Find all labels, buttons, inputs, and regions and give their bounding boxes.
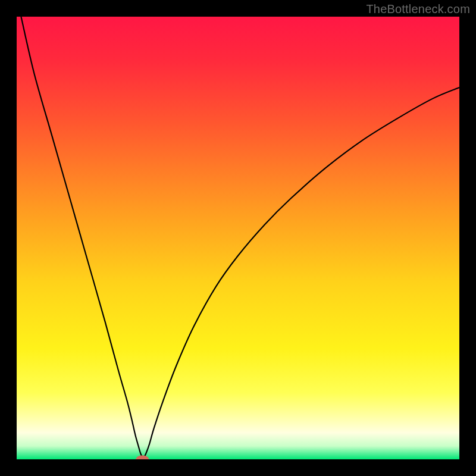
chart-frame: TheBottleneck.com xyxy=(0,0,476,476)
gradient-background xyxy=(17,17,459,459)
chart-svg xyxy=(17,17,459,459)
plot-area xyxy=(17,17,459,459)
watermark-text: TheBottleneck.com xyxy=(366,2,470,16)
